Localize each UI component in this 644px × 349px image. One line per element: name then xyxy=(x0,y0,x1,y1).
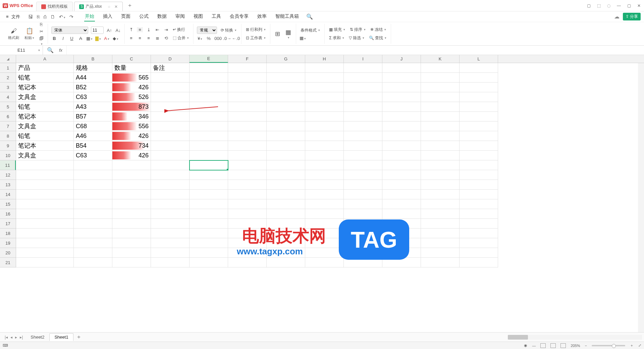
cell-K15[interactable] xyxy=(421,199,460,209)
cond-format-button[interactable]: 条件格式 xyxy=(300,27,321,34)
fullscreen-icon[interactable]: ⤢ xyxy=(638,343,641,348)
undo-icon[interactable]: ↶ xyxy=(59,14,65,19)
cell-K10[interactable] xyxy=(421,151,460,160)
cell-K5[interactable] xyxy=(421,102,460,112)
search-icon[interactable]: 🔍 xyxy=(306,13,313,20)
cell-A17[interactable] xyxy=(16,219,74,229)
cell-H7[interactable] xyxy=(305,121,344,131)
cell-C13[interactable] xyxy=(112,180,151,190)
bold-icon[interactable]: B xyxy=(51,36,57,41)
cell-I15[interactable] xyxy=(344,199,382,209)
cell-L2[interactable] xyxy=(460,73,498,83)
cell-I9[interactable] xyxy=(344,141,382,151)
underline-icon[interactable]: U xyxy=(69,36,75,41)
menu-tab-开始[interactable]: 开始 xyxy=(84,12,95,21)
cell-H1[interactable] xyxy=(305,63,344,73)
align-middle-icon[interactable]: ≡ xyxy=(137,27,143,32)
cell-E15[interactable] xyxy=(190,199,228,209)
print-preview-icon[interactable]: 🗋 xyxy=(50,14,55,19)
print-icon[interactable]: ⎙ xyxy=(44,14,46,19)
cell-B11[interactable] xyxy=(74,160,112,170)
cell-B18[interactable] xyxy=(74,229,112,238)
cell-K21[interactable] xyxy=(421,258,460,267)
cell-C21[interactable] xyxy=(112,258,151,267)
cell-L3[interactable] xyxy=(460,83,498,92)
cell-A2[interactable]: 铅笔 xyxy=(16,73,74,83)
font-color-icon[interactable]: A xyxy=(104,36,110,41)
cell-D11[interactable] xyxy=(151,160,190,170)
cell-K2[interactable] xyxy=(421,73,460,83)
panel-icon[interactable]: ▢ xyxy=(586,3,591,8)
cell-J10[interactable] xyxy=(382,151,421,160)
cell-D8[interactable] xyxy=(151,131,190,141)
page-break-icon[interactable] xyxy=(560,343,566,348)
merge-button[interactable]: ⬚ 合并 xyxy=(172,35,190,41)
sum-button[interactable]: Σ 求和 xyxy=(328,35,345,41)
cell-I14[interactable] xyxy=(344,190,382,199)
cell-J1[interactable] xyxy=(382,63,421,73)
cell-J2[interactable] xyxy=(382,73,421,83)
col-header-G[interactable]: G xyxy=(267,55,305,63)
cell-D13[interactable] xyxy=(151,180,190,190)
sort-button[interactable]: ⇅ 排序 xyxy=(349,27,367,33)
cell-L15[interactable] xyxy=(460,199,498,209)
normal-view-icon[interactable] xyxy=(540,343,546,348)
cell-D16[interactable] xyxy=(151,209,190,219)
cell-A19[interactable] xyxy=(16,238,74,248)
strikethrough-icon[interactable]: A̶ xyxy=(77,36,84,41)
border-icon[interactable]: ▦ xyxy=(86,36,92,41)
menu-tab-会员专享[interactable]: 会员专享 xyxy=(229,12,249,21)
cell-A3[interactable]: 笔记本 xyxy=(16,83,74,92)
cell-A14[interactable] xyxy=(16,190,74,199)
cell-J9[interactable] xyxy=(382,141,421,151)
cell-G11[interactable] xyxy=(267,160,305,170)
cell-G12[interactable] xyxy=(267,170,305,180)
cell-E11[interactable] xyxy=(190,160,228,170)
menu-tab-审阅[interactable]: 审阅 xyxy=(175,12,185,21)
cell-L14[interactable] xyxy=(460,190,498,199)
currency-icon[interactable]: ¥ xyxy=(197,36,203,41)
file-menu[interactable]: ≡文件 xyxy=(3,13,23,21)
indent-increase-icon[interactable]: ⇥ xyxy=(163,27,169,32)
row-header-13[interactable]: 13 xyxy=(0,180,16,190)
find-button[interactable]: 🔍 查找 xyxy=(368,35,387,41)
cell-B5[interactable]: A43 xyxy=(74,102,112,112)
cell-J3[interactable] xyxy=(382,83,421,92)
cell-E19[interactable] xyxy=(190,238,228,248)
cell-A4[interactable]: 文具盒 xyxy=(16,92,74,102)
cell-G6[interactable] xyxy=(267,112,305,121)
increase-decimal-icon[interactable]: .0→ xyxy=(223,36,229,41)
cell-K16[interactable] xyxy=(421,209,460,219)
cell-G16[interactable] xyxy=(267,209,305,219)
cell-A11[interactable] xyxy=(16,160,74,170)
cell-J5[interactable] xyxy=(382,102,421,112)
cell-G13[interactable] xyxy=(267,180,305,190)
col-header-K[interactable]: K xyxy=(421,55,460,63)
horizontal-scrollbar[interactable] xyxy=(508,335,642,340)
cell-D5[interactable] xyxy=(151,102,190,112)
menu-tab-工具[interactable]: 工具 xyxy=(211,12,222,21)
cell-E14[interactable] xyxy=(190,190,228,199)
cell-I5[interactable] xyxy=(344,102,382,112)
cell-A16[interactable] xyxy=(16,209,74,219)
cell-D7[interactable] xyxy=(151,121,190,131)
cell-E1[interactable] xyxy=(190,63,228,73)
document-tab[interactable]: 找稻壳模板 xyxy=(36,2,73,11)
cell-H13[interactable] xyxy=(305,180,344,190)
cell-D3[interactable] xyxy=(151,83,190,92)
cell-F6[interactable] xyxy=(228,112,267,121)
cell-B15[interactable] xyxy=(74,199,112,209)
cloud-icon[interactable]: ☁ xyxy=(614,13,620,20)
paste-button[interactable]: 📋粘贴 xyxy=(23,27,36,40)
row-header-4[interactable]: 4 xyxy=(0,92,16,102)
cell-G15[interactable] xyxy=(267,199,305,209)
cell-D6[interactable] xyxy=(151,112,190,121)
align-justify-icon[interactable]: ≣ xyxy=(154,36,160,41)
cell-J15[interactable] xyxy=(382,199,421,209)
cell-L6[interactable] xyxy=(460,112,498,121)
cell-H15[interactable] xyxy=(305,199,344,209)
cell-H16[interactable] xyxy=(305,209,344,219)
cell-D19[interactable] xyxy=(151,238,190,248)
cell-B20[interactable] xyxy=(74,248,112,258)
cell-L8[interactable] xyxy=(460,131,498,141)
